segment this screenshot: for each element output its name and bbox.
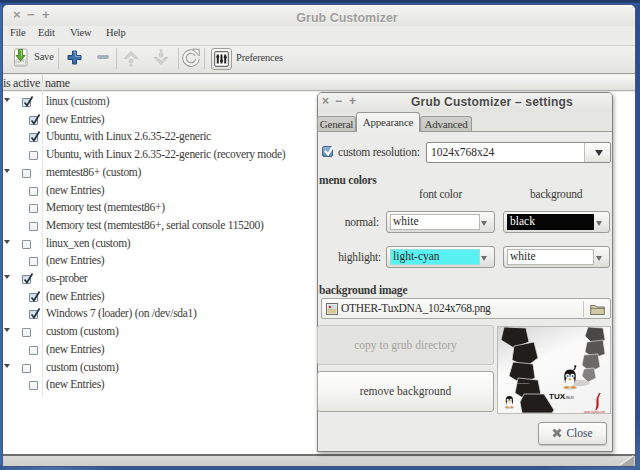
svg-text:www.tuxdna.com/gallery: www.tuxdna.com/gallery (504, 382, 531, 385)
svg-text:LINUX: LINUX (564, 396, 575, 400)
svg-text:www.tuxdna.com: www.tuxdna.com (584, 410, 606, 414)
